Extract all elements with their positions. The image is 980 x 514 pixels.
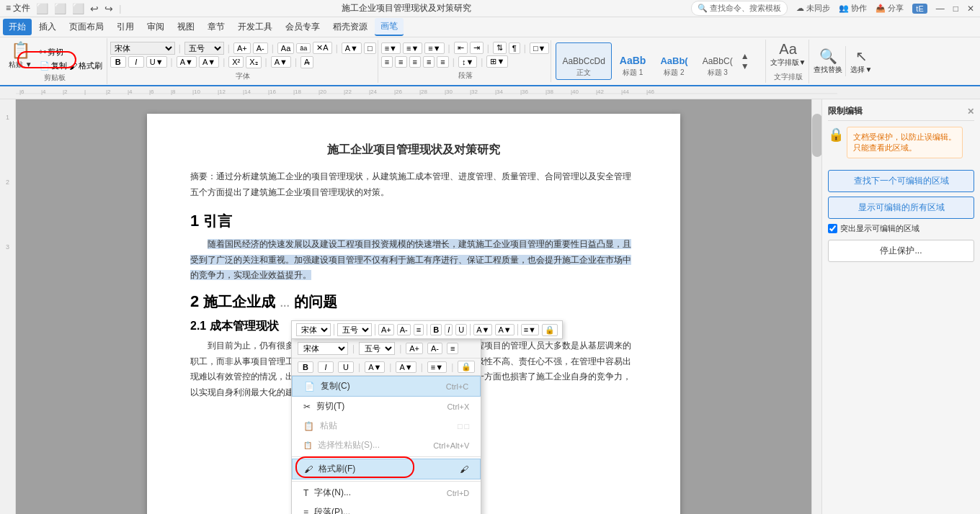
cm-cut-item[interactable]: ✂ 剪切(T) Ctrl+X [292, 397, 481, 416]
page-container[interactable]: 施工企业项目管理现状及对策研究 摘要：通过分析建筑施工企业的项目管理现状，从建筑… [16, 99, 811, 514]
align-distribute-btn[interactable]: ≡ [437, 56, 448, 68]
scrollbar[interactable] [811, 99, 821, 514]
mini-align-btn[interactable]: ≡▼ [521, 324, 539, 335]
mini-highlight-btn[interactable]: A▼ [495, 324, 514, 335]
style-scroll-up[interactable]: ▲ [741, 51, 749, 61]
cm-italic[interactable]: I [318, 361, 334, 373]
pinyin-btn[interactable]: āa [296, 43, 311, 53]
menu-reference[interactable]: 引用 [111, 19, 140, 35]
highlight-editable-checkbox[interactable]: 突出显示可编辑的区域 [828, 223, 974, 234]
style-normal[interactable]: AaBbCcDd 正文 [556, 42, 611, 80]
cm-line-space[interactable]: ≡ [447, 343, 458, 354]
cm-align[interactable]: ≡▼ [427, 361, 447, 373]
scroll-thumb[interactable] [812, 114, 822, 157]
mini-bold-btn[interactable]: B [430, 324, 442, 335]
sort-btn[interactable]: ⇅ [493, 42, 507, 54]
line-spacing-btn[interactable]: ↕▼ [458, 56, 477, 68]
font-color-btn[interactable]: A▼ [177, 56, 197, 68]
cm-copy-item[interactable]: 📄 复制(C) Ctrl+C [292, 376, 481, 397]
cm-paragraph-item[interactable]: ≡ 段落(P)... [292, 502, 481, 514]
cm-font-grow[interactable]: A+ [406, 343, 423, 354]
char-spacing-btn[interactable]: A▼ [271, 56, 291, 68]
toolbar-icon-save[interactable]: ⬜ [36, 3, 48, 14]
highlight-checkbox-input[interactable] [828, 224, 837, 233]
outline-btn[interactable]: ≡▼ [424, 42, 444, 54]
show-marks-btn[interactable]: ¶ [509, 42, 520, 54]
format-painter-button[interactable]: 🖌 格式刷 [69, 60, 102, 71]
align-right-btn[interactable]: ≡ [409, 56, 421, 68]
undo-button[interactable]: ↩ [90, 3, 99, 14]
cm-font-shrink[interactable]: A- [427, 343, 442, 354]
select-btn[interactable]: ↖ 选择▼ [850, 48, 872, 75]
right-panel-close[interactable]: ✕ [967, 107, 974, 117]
highlight-btn[interactable]: A▼ [199, 56, 219, 68]
align-left-btn[interactable]: ≡ [381, 56, 393, 68]
menu-vip[interactable]: 会员专享 [280, 19, 326, 35]
cm-lock[interactable]: 🔒 [458, 361, 475, 373]
col-btn[interactable]: ⊞▼ [486, 55, 508, 68]
menu-draw[interactable]: 画笔 [375, 18, 404, 36]
copy-button[interactable]: 📄 复制 [40, 60, 67, 71]
border-shading-btn[interactable]: □▼ [530, 42, 550, 54]
find-replace-btn[interactable]: 🔍 查找替换 [814, 48, 842, 75]
cm-underline[interactable]: U [338, 361, 354, 373]
menu-daoke[interactable]: 稻壳资源 [327, 19, 373, 35]
cm-format-painter-item[interactable]: 🖌 格式刷(F) 🖌 [292, 459, 481, 479]
menu-review[interactable]: 审阅 [141, 19, 170, 35]
indent-increase-btn[interactable]: ⇥ [470, 42, 484, 54]
font-family-select[interactable]: 宋体 [110, 42, 175, 55]
mini-lock-btn[interactable]: 🔒 [542, 324, 558, 336]
font-size-select[interactable]: 五号 [184, 42, 224, 55]
menu-section[interactable]: 章节 [202, 19, 231, 35]
style-h1[interactable]: AaBb 标题 1 [613, 42, 653, 80]
superscript-btn[interactable]: X² [228, 56, 244, 68]
text-effects-btn[interactable]: A▼ [342, 42, 362, 54]
mini-italic-btn[interactable]: I [445, 324, 453, 335]
align-center-btn[interactable]: ≡ [395, 56, 406, 68]
collab-btn[interactable]: 👥 协作 [839, 3, 867, 14]
toolbar-icon-print[interactable]: ⬜ [72, 3, 84, 14]
cm-text-highlight[interactable]: A▼ [396, 361, 416, 373]
close-btn[interactable]: ✕ [967, 4, 974, 14]
bullet-list-btn[interactable]: ≡▼ [381, 42, 401, 54]
search-command[interactable]: 🔍 查找命令、搜索模板 [691, 1, 788, 16]
toolbar-icon-open[interactable]: ⬜ [54, 3, 66, 14]
cm-font-item[interactable]: T 字体(N)... Ctrl+D [292, 483, 481, 502]
share-btn[interactable]: 📤 分享 [876, 3, 904, 14]
mini-grow-btn[interactable]: A+ [378, 324, 394, 335]
style-h2[interactable]: AaBb( 标题 2 [654, 42, 694, 80]
mini-size-select[interactable]: 五号 [337, 323, 372, 336]
italic-btn[interactable]: I [128, 56, 144, 68]
strikethrough-btn[interactable]: A̶ [300, 56, 313, 68]
text-arrange-btn[interactable]: Aa 文字排版▼ [770, 41, 806, 68]
font-shrink-btn[interactable]: A- [253, 42, 268, 54]
minimize-btn[interactable]: — [936, 4, 945, 14]
font-grow-btn[interactable]: A+ [233, 42, 251, 54]
menu-insert[interactable]: 插入 [33, 19, 62, 35]
mini-font-select[interactable]: 宋体 [296, 323, 331, 336]
menu-view[interactable]: 视图 [172, 19, 200, 35]
num-list-btn[interactable]: ≡▼ [403, 42, 422, 54]
border-btn[interactable]: □ [364, 42, 376, 54]
stop-protection-btn[interactable]: 停止保护... [828, 240, 974, 262]
style-h3[interactable]: AaBbC( 标题 3 [696, 42, 739, 80]
menu-start[interactable]: 开始 [3, 19, 32, 35]
subscript-btn[interactable]: X₂ [246, 56, 261, 68]
cm-font-color[interactable]: A▼ [365, 361, 385, 373]
cm-font-size[interactable]: 五号 [359, 342, 395, 355]
mini-linespace-btn[interactable]: ≡ [414, 324, 424, 335]
show-all-editable-btn[interactable]: 显示可编辑的所有区域 [828, 197, 974, 219]
redo-button[interactable]: ↪ [104, 3, 113, 14]
mini-font-color-btn[interactable]: A▼ [473, 324, 492, 335]
cm-font-family[interactable]: 宋体 [298, 342, 348, 355]
bold-btn[interactable]: B [110, 56, 126, 68]
paste-button[interactable]: 📋 粘贴 ▼ [7, 40, 34, 71]
menu-developer[interactable]: 开发工具 [232, 19, 278, 35]
file-menu[interactable]: ≡ 文件 [6, 2, 30, 14]
clear-format-btn[interactable]: ✕A [313, 42, 331, 54]
find-next-editable-btn[interactable]: 查找下一个可编辑的区域 [828, 170, 974, 192]
user-avatar[interactable]: tE [912, 4, 927, 14]
mini-shrink-btn[interactable]: A- [397, 324, 411, 335]
caps-btn[interactable]: Aa [277, 42, 294, 54]
mini-underline-btn[interactable]: U [455, 324, 467, 335]
